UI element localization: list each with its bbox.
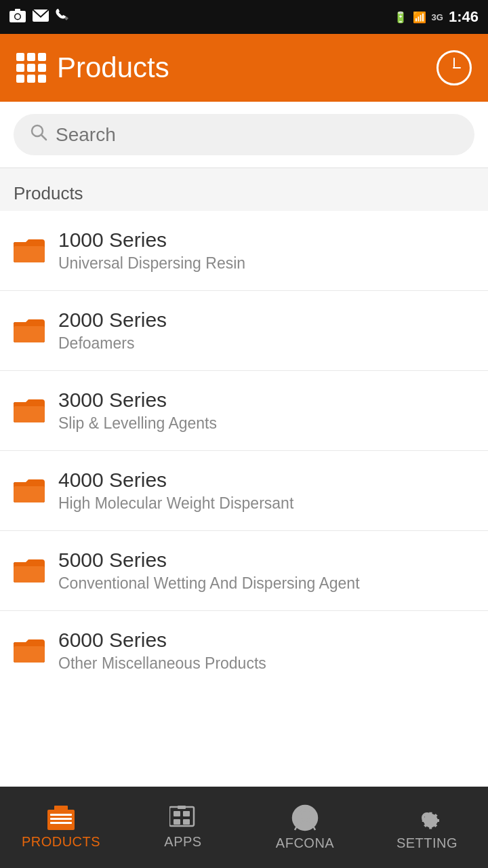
svg-rect-34 [183,819,190,825]
status-bar-right: 🔋 📶 3G 1:46 [394,8,479,26]
product-desc: Conventional Wetting And Dispersing Agen… [58,574,360,593]
product-item-3[interactable]: 3000 Series Slip & Levelling Agents [0,371,488,451]
svg-line-6 [41,135,46,140]
product-item-5[interactable]: 5000 Series Conventional Wetting And Dis… [0,531,488,611]
product-desc: High Molecular Weight Dispersant [58,494,293,513]
product-info: 1000 Series Universal Dispersing Resin [58,229,245,273]
svg-point-37 [300,810,310,820]
product-item-6[interactable]: 6000 Series Other Miscellaneous Products [0,611,488,690]
folder-icon [14,555,45,587]
svg-rect-18 [14,486,45,502]
folder-icon [14,635,45,667]
email-icon [33,9,49,25]
app-bar: Products [0,34,488,102]
battery-icon: 🔋 [394,11,407,24]
svg-rect-15 [14,406,45,422]
products-nav-label: PRODUCTS [22,834,100,850]
apps-nav-icon [169,806,197,830]
product-name: 5000 Series [58,549,360,572]
search-icon [30,123,47,146]
section-title: Products [14,183,83,203]
svg-rect-26 [50,814,72,816]
product-desc: Universal Dispersing Resin [58,254,245,273]
svg-rect-33 [174,819,180,825]
product-item-1[interactable]: 1000 Series Universal Dispersing Resin [0,211,488,291]
search-input[interactable] [56,124,458,146]
product-item-2[interactable]: 2000 Series Defoamers [0,291,488,371]
svg-rect-30 [169,807,194,826]
svg-rect-35 [178,806,186,809]
svg-rect-24 [14,646,45,663]
product-name: 3000 Series [58,389,217,412]
nav-item-setting[interactable]: SETTING [366,787,488,868]
svg-rect-21 [14,566,45,583]
svg-rect-29 [54,806,68,811]
phone-icon [56,8,69,26]
photo-icon [9,9,26,26]
setting-nav-label: SETTING [396,835,458,851]
wifi-icon: 📶 [413,11,426,24]
signal-icon: 3G [432,12,443,22]
product-info: 4000 Series High Molecular Weight Disper… [58,469,293,513]
svg-rect-9 [14,246,45,262]
product-name: 2000 Series [58,309,167,332]
product-name: 1000 Series [58,229,245,252]
product-name: 6000 Series [58,629,266,652]
nav-item-afcona[interactable]: AFCONA [244,787,366,868]
app-bar-title-group: Products [16,52,169,84]
search-wrapper [14,114,474,155]
svg-rect-27 [50,818,72,820]
product-info: 3000 Series Slip & Levelling Agents [58,389,217,433]
folder-icon [14,475,45,507]
page-title: Products [57,52,169,84]
svg-rect-31 [174,811,180,816]
svg-rect-32 [183,811,190,816]
product-info: 2000 Series Defoamers [58,309,167,353]
apps-nav-label: APPS [164,834,201,850]
product-desc: Other Miscellaneous Products [58,654,266,673]
nav-item-products[interactable]: PRODUCTS [0,787,122,868]
section-header: Products [0,168,488,211]
products-list: 1000 Series Universal Dispersing Resin 2… [0,211,488,787]
folder-icon [14,235,45,267]
svg-rect-3 [15,9,20,12]
grid-icon [16,53,46,83]
product-info: 6000 Series Other Miscellaneous Products [58,629,266,673]
folder-icon [14,395,45,427]
history-button[interactable] [436,50,472,85]
bottom-nav: PRODUCTS APPS AFCONA [0,787,488,868]
folder-icon [14,315,45,347]
svg-rect-28 [50,822,72,824]
search-container [0,102,488,168]
product-info: 5000 Series Conventional Wetting And Dis… [58,549,360,593]
product-desc: Slip & Levelling Agents [58,414,217,433]
product-name: 4000 Series [58,469,293,492]
nav-item-apps[interactable]: APPS [122,787,244,868]
status-bar-left [9,8,69,26]
afcona-nav-icon [291,804,319,831]
products-nav-icon [47,806,75,830]
afcona-nav-label: AFCONA [276,835,334,851]
setting-nav-icon [413,804,441,831]
time-display: 1:46 [449,8,479,26]
svg-point-2 [16,14,20,19]
status-bar: 🔋 📶 3G 1:46 [0,0,488,34]
product-desc: Defoamers [58,334,167,353]
svg-rect-12 [14,326,45,342]
product-item-4[interactable]: 4000 Series High Molecular Weight Disper… [0,451,488,531]
